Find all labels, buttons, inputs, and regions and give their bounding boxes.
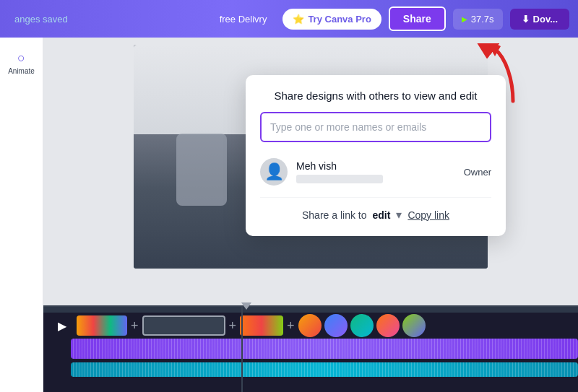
share-link-row: Share a link to edit ▾ Copy link — [260, 197, 491, 222]
svg-marker-1 — [489, 43, 501, 56]
circular-clips-group — [298, 314, 426, 337]
video-clip-1[interactable] — [77, 315, 127, 336]
video-clips-row: + + + — [77, 314, 571, 337]
share-input-wrapper[interactable] — [260, 112, 491, 142]
video-clip-food[interactable] — [240, 315, 283, 336]
try-pro-button[interactable]: ⭐ Try Canva Pro — [282, 9, 381, 30]
timeline-area: ▶ + + + — [43, 305, 578, 392]
canvas-area: Share designs with others to view and ed… — [43, 38, 578, 392]
timeline-play-button[interactable]: ▶ — [51, 314, 74, 337]
timer-button[interactable]: ▶ 37.7s — [453, 9, 503, 30]
share-link-action: edit — [373, 209, 391, 221]
video-clips-track: ▶ + + + — [43, 313, 578, 336]
user-info: Meh vish — [296, 160, 455, 183]
waveform-cyan — [71, 362, 578, 377]
add-clip-button-2[interactable]: + — [228, 318, 238, 334]
user-avatar: 👤 — [260, 158, 288, 186]
waveform-purple — [71, 339, 578, 359]
playhead-marker — [241, 302, 251, 310]
circular-clip-2[interactable] — [324, 314, 348, 337]
main-area: ○ Animate — [0, 38, 578, 392]
share-email-input[interactable] — [270, 121, 481, 133]
download-icon: ⬇ — [522, 14, 530, 25]
circular-clip-4[interactable] — [376, 314, 400, 337]
topbar: anges saved free Delivry ⭐ Try Canva Pro… — [0, 0, 578, 38]
share-title: Share designs with others to view and ed… — [260, 90, 491, 102]
changes-saved-label: anges saved — [9, 14, 211, 25]
user-email-blurred — [296, 175, 383, 183]
sidebar: ○ Animate — [0, 38, 43, 392]
video-robot-figure — [176, 134, 227, 206]
pro-star-icon: ⭐ — [293, 14, 304, 25]
add-clip-button-1[interactable]: + — [129, 318, 140, 334]
circular-clip-1[interactable] — [298, 314, 322, 337]
user-name: Meh vish — [296, 160, 455, 172]
free-delivery-button[interactable]: free Delivry — [211, 9, 276, 29]
timeline-playhead-line — [241, 307, 243, 392]
audio-track-1-row — [71, 339, 578, 359]
download-button[interactable]: ⬇ Dov... — [510, 9, 569, 30]
play-timer-icon: ▶ — [462, 15, 467, 23]
animate-icon: ○ — [17, 51, 25, 66]
sidebar-animate-label: Animate — [8, 67, 35, 75]
avatar-person-icon: 👤 — [264, 162, 284, 181]
share-link-prefix: Share a link to — [302, 209, 367, 221]
circular-clip-3[interactable] — [350, 314, 374, 337]
add-clip-button-3[interactable]: + — [285, 318, 296, 334]
share-popup: Share designs with others to view and ed… — [246, 75, 506, 236]
copy-link-button[interactable]: Copy link — [407, 209, 449, 221]
video-clip-active[interactable] — [142, 315, 225, 336]
audio-track-cyan[interactable] — [71, 362, 578, 377]
timeline-scrubber[interactable] — [43, 307, 578, 313]
circular-clip-5[interactable] — [402, 314, 426, 337]
user-role: Owner — [464, 167, 491, 178]
share-button[interactable]: Share — [389, 6, 446, 31]
user-row: 👤 Meh vish Owner — [260, 154, 491, 190]
audio-track-2-row — [71, 361, 578, 378]
sidebar-item-animate[interactable]: ○ Animate — [3, 46, 40, 79]
chevron-down-icon[interactable]: ▾ — [396, 208, 402, 222]
audio-track-purple[interactable] — [71, 339, 578, 359]
